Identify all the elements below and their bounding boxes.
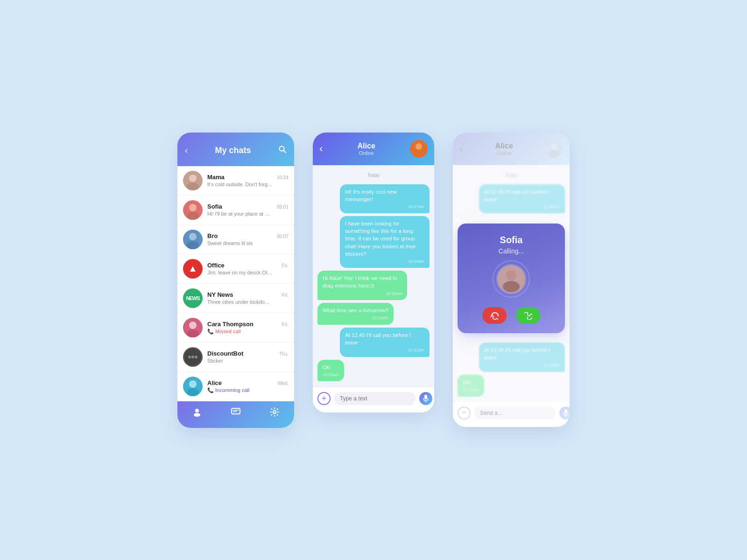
chat-preview: Sticker [207, 358, 273, 364]
svg-point-21 [273, 411, 276, 413]
caller-name: Sofia [500, 235, 523, 245]
list-item[interactable]: NEWS NY News Fri. Three cities under loc… [177, 284, 294, 313]
message-time: 10:22am [345, 347, 424, 353]
blurred-messages: Today At 12.45 I'll call you before I le… [453, 165, 570, 219]
blurred-lower-messages: At 12.45 I'll call you before I leave 11… [453, 338, 570, 401]
back-icon[interactable]: ‹ [319, 143, 323, 155]
page-title: My chats [188, 146, 278, 155]
list-item[interactable]: Alice Wed. 📞 Incomming call [177, 372, 294, 401]
chat-header: ‹ Alice Online [313, 133, 434, 165]
svg-point-4 [189, 204, 197, 211]
message-time: 11:32am [484, 204, 560, 210]
list-item[interactable]: Mama 10:24 It's cold outside. Don't forg… [177, 166, 294, 196]
message-text: Hi! It's really cool new messenger! [345, 188, 424, 203]
message-time: 11:32am [484, 362, 560, 368]
settings-tab[interactable] [269, 407, 280, 420]
list-item[interactable]: Sofia 09:01 Hi! I'll be at your place at… [177, 196, 294, 225]
date-divider: Today [317, 173, 430, 178]
caller-avatar [497, 265, 525, 293]
svg-point-22 [416, 143, 422, 150]
chat-time: Thu. [279, 351, 289, 357]
message-time: 10:18am [323, 291, 402, 297]
chat-time: Wed. [278, 381, 289, 386]
svg-point-6 [189, 233, 197, 240]
message-text: At 12.45 I'll call you before I leave [484, 346, 560, 361]
avatar: NEWS [183, 288, 203, 308]
decline-call-button[interactable] [482, 307, 507, 324]
message-bubble: At 12.45 I'll call you before I leave 11… [479, 184, 565, 214]
svg-point-8 [189, 322, 197, 329]
list-item[interactable]: Bro 00:07 Sweet dreams lil sis [177, 225, 294, 254]
chat-time: 00:07 [277, 234, 289, 239]
message-text: At 12.45 I'll call you before I leave [345, 331, 424, 346]
message-time: 11:33am [463, 387, 479, 393]
message-bubble: Ok! 11:33am [458, 375, 484, 397]
call-action-buttons [482, 307, 540, 324]
svg-point-26 [551, 143, 557, 150]
phone-chat-view: ‹ Alice Online Today Hi! It's really coo… [313, 133, 434, 413]
svg-point-15 [187, 388, 199, 396]
message-bubble: What time see u tomorrow? 10:21am [317, 303, 394, 325]
svg-point-16 [195, 409, 199, 413]
svg-point-13 [195, 356, 197, 358]
message-bubble: Ok! 10:25am [317, 360, 344, 382]
chat-name: Cara Thompson [207, 321, 254, 328]
calling-overlay: Sofia Calling... [458, 224, 565, 333]
chat-info: DiscountBot Thu. Sticker [207, 350, 289, 364]
chat-preview: Hi! I'll be at your place at 9.30 See yo… [207, 211, 273, 217]
message-time: 10:25am [323, 372, 339, 378]
search-icon[interactable] [278, 145, 287, 156]
list-item[interactable]: ▲ Office Fri. Jim: leave on my desck Oli… [177, 254, 294, 284]
message-bubble: Hi Alice! Yes! I think we need to drag e… [317, 271, 407, 300]
chats-tab[interactable] [231, 407, 241, 420]
input-bar-blurred: + [453, 401, 570, 427]
chat-name: DiscountBot [207, 350, 243, 357]
chat-time: Fri. [282, 293, 289, 298]
chat-time: 10:24 [277, 175, 289, 180]
chat-preview: Three cities under lockdown as coronavir… [207, 299, 273, 305]
svg-point-5 [187, 212, 199, 220]
message-input[interactable] [334, 392, 416, 405]
mic-button[interactable] [419, 392, 432, 405]
svg-rect-24 [424, 395, 427, 399]
contact-avatar [410, 140, 428, 158]
mic-button-disabled [559, 406, 570, 420]
message-bubble: I have been looking for something like t… [340, 216, 430, 268]
list-item[interactable]: DiscountBot Thu. Sticker [177, 343, 294, 372]
contact-status: Online [327, 150, 405, 156]
bottom-nav [177, 401, 294, 428]
chat-info: NY News Fri. Three cities under lockdown… [207, 291, 289, 305]
avatar [183, 230, 203, 249]
chat-preview-incoming: 📞 Incomming call [207, 387, 273, 393]
add-attachment-button[interactable]: + [317, 392, 331, 405]
caller-avatar-ring [493, 260, 530, 298]
message-bubble: Hi! It's really cool new messenger! 10:1… [340, 184, 430, 214]
chat-time: Fri. [282, 322, 289, 327]
svg-point-27 [549, 150, 560, 158]
svg-point-28 [506, 270, 516, 280]
message-list: Today Hi! It's really cool new messenger… [313, 165, 434, 387]
message-time: 10:18am [345, 259, 424, 265]
message-text: At 12.45 I'll call you before I leave [484, 188, 560, 203]
chat-name: Mama [207, 174, 225, 181]
chat-name: Bro [207, 232, 218, 239]
chat-preview-missed: 📞 Missed call [207, 329, 273, 335]
svg-rect-30 [564, 409, 567, 414]
svg-point-14 [189, 380, 197, 388]
chat-preview: It's cold outside. Don't forget to take … [207, 182, 273, 187]
message-time: 10:21am [323, 315, 388, 321]
accept-call-button[interactable] [516, 307, 540, 324]
list-item[interactable]: Cara Thompson Fri. 📞 Missed call [177, 313, 294, 343]
chat-info: Mama 10:24 It's cold outside. Don't forg… [207, 174, 289, 187]
profile-tab[interactable] [192, 407, 202, 420]
back-icon: ‹ [459, 143, 463, 155]
message-text: I have been looking for something like t… [345, 220, 424, 257]
avatar [183, 377, 203, 396]
svg-point-3 [187, 182, 199, 190]
date-divider: Today [458, 173, 565, 178]
svg-point-7 [187, 241, 199, 249]
contact-status: Online [467, 150, 541, 156]
svg-point-11 [188, 356, 191, 358]
svg-point-9 [187, 329, 199, 337]
message-text: Ok! [463, 378, 479, 386]
